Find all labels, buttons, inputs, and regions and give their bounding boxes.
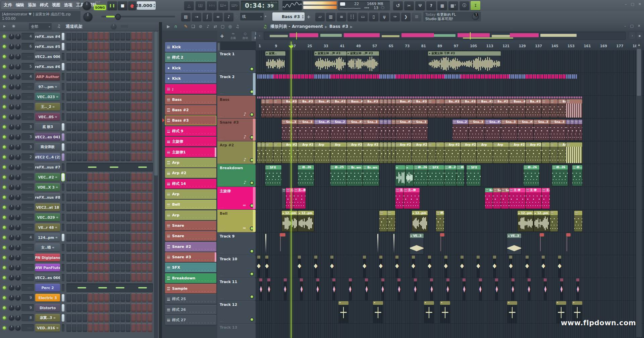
pattern-block[interactable]: [418, 74, 419, 79]
clip-pattern[interactable]: [550, 142, 558, 163]
step-button[interactable]: [142, 82, 147, 91]
channel-mute-indicator[interactable]: [62, 264, 64, 271]
step-button[interactable]: [88, 82, 93, 91]
clip-pattern[interactable]: [387, 120, 391, 140]
channel-mute-indicator[interactable]: [62, 153, 64, 161]
pattern-block[interactable]: [390, 74, 392, 79]
menu-item-编辑[interactable]: 编辑: [16, 2, 24, 8]
clip-Arp[interactable]: Arp: [493, 142, 509, 163]
channel-led[interactable]: [3, 145, 6, 149]
pattern-item-Breakdown[interactable]: Breakdown: [165, 273, 216, 283]
step-button[interactable]: [83, 32, 87, 41]
step-button[interactable]: [77, 314, 82, 322]
step-button[interactable]: [99, 143, 104, 151]
pat-song-switch[interactable]: PAT SONG: [94, 1, 106, 10]
pattern-item-主旋律1[interactable]: 主旋律1: [165, 147, 216, 157]
pattern-block[interactable]: [490, 74, 491, 79]
pattern-block[interactable]: [330, 74, 332, 79]
step-button[interactable]: [72, 62, 76, 71]
step-button[interactable]: [137, 173, 141, 181]
pattern-block[interactable]: [483, 74, 484, 79]
step-button[interactable]: [88, 32, 93, 41]
hit-clip[interactable]: ◆: [379, 256, 382, 278]
step-button[interactable]: [104, 233, 109, 242]
channel-pan-knob[interactable]: [9, 54, 14, 59]
pattern-block[interactable]: [475, 74, 477, 79]
step-button[interactable]: [142, 62, 147, 71]
channel-preview-strip[interactable]: [66, 163, 153, 172]
pattern-block[interactable]: [455, 74, 457, 79]
pattern-block[interactable]: [310, 74, 312, 79]
step-button[interactable]: [142, 123, 147, 131]
step-button[interactable]: [137, 263, 141, 272]
channel-button[interactable]: 124..pm≈: [35, 233, 60, 241]
clip-样..25[interactable]: 样..25: [330, 165, 346, 186]
count-in-button[interactable]: 3·2·1: [207, 1, 217, 10]
channel-volume-knob[interactable]: [15, 214, 21, 220]
step-button[interactable]: [94, 42, 98, 51]
pattern-item-Arp[interactable]: Arp: [165, 189, 216, 199]
channel-led[interactable]: [3, 65, 6, 68]
step-button[interactable]: [83, 42, 87, 51]
update-notification[interactable]: Today 有更新的 FL Studio 版本可用! 1: [423, 12, 481, 21]
step-button[interactable]: [115, 243, 120, 252]
crash-clip[interactable]: ▸: [440, 301, 450, 323]
clip-样..26[interactable]: 样..26: [524, 165, 539, 186]
channel-range-display[interactable]: 5: [21, 63, 34, 70]
step-button[interactable]: [126, 223, 130, 231]
step-button[interactable]: [66, 183, 71, 191]
pattern-block[interactable]: [395, 74, 397, 79]
step-button[interactable]: [99, 173, 104, 181]
channel-led[interactable]: [3, 316, 6, 320]
clip-Sna..3[interactable]: Sna..3: [469, 120, 484, 140]
channel-range-display[interactable]: 8: [21, 314, 34, 321]
step-button[interactable]: [137, 32, 141, 41]
track-header-Track 12[interactable]: Track 12...: [217, 301, 256, 323]
step-button[interactable]: [88, 213, 93, 221]
step-button[interactable]: [66, 314, 71, 322]
track-led[interactable]: [250, 272, 254, 276]
step-button[interactable]: [126, 303, 130, 312]
channel-range-display[interactable]: 3: [21, 133, 34, 140]
step-button[interactable]: [88, 243, 93, 252]
step-button[interactable]: [83, 82, 87, 91]
channel-volume-knob[interactable]: [15, 104, 21, 110]
step-button[interactable]: [77, 82, 82, 91]
step-button[interactable]: [66, 263, 71, 272]
step-button[interactable]: [137, 233, 141, 242]
step-button[interactable]: [137, 293, 141, 302]
pattern-block[interactable]: [566, 74, 568, 79]
channel-mute-indicator[interactable]: [62, 163, 64, 171]
track-header-Bell[interactable]: Bell...≈: [217, 210, 256, 232]
step-button[interactable]: [115, 253, 120, 262]
hit-clip[interactable]: ◆: [298, 256, 301, 278]
channel-led[interactable]: [3, 55, 6, 58]
track-header-Track 1[interactable]: Track 1...: [217, 50, 256, 73]
stop-button[interactable]: ■: [118, 1, 127, 10]
step-button[interactable]: [148, 223, 152, 231]
snap-selector[interactable]: 线▸: [240, 13, 264, 20]
clip-Ba..#2[interactable]: Ba..#2: [330, 99, 346, 118]
channel-volume-knob[interactable]: [15, 224, 21, 230]
clip-主..律[interactable]: 主..律: [294, 188, 306, 209]
step-button[interactable]: [131, 153, 136, 161]
step-button[interactable]: [120, 314, 125, 322]
channel-mute-indicator[interactable]: [62, 314, 64, 322]
step-button[interactable]: [142, 324, 147, 332]
step-button[interactable]: [142, 213, 147, 221]
step-button[interactable]: [94, 103, 98, 111]
step-button[interactable]: [120, 143, 125, 151]
pattern-block[interactable]: [509, 74, 511, 79]
channel-volume-knob[interactable]: [15, 174, 21, 180]
channel-led[interactable]: [3, 155, 6, 159]
step-button[interactable]: [77, 72, 82, 81]
step-button[interactable]: [88, 62, 93, 71]
step-button[interactable]: [83, 223, 87, 231]
vocal-clip[interactable]: ▸ VE..3◆: [507, 233, 521, 254]
step-button[interactable]: [115, 223, 120, 231]
pattern-block[interactable]: [540, 74, 542, 79]
step-button[interactable]: [148, 113, 152, 121]
step-button[interactable]: [104, 153, 109, 161]
clip-样..26[interactable]: 样..26: [457, 165, 464, 186]
step-button[interactable]: [94, 113, 98, 121]
